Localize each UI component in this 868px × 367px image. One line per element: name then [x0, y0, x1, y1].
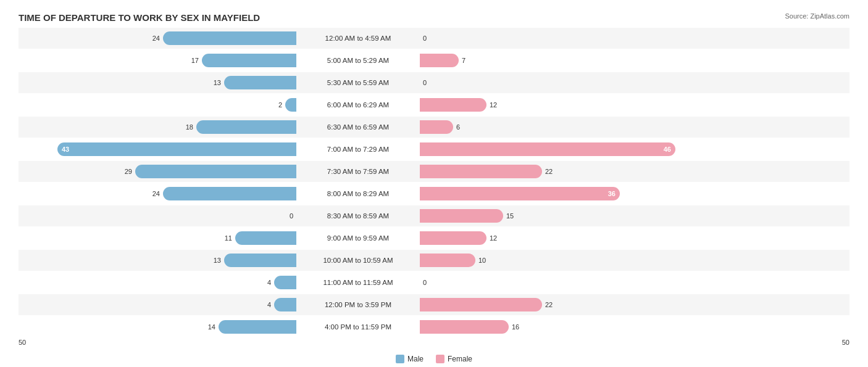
female-bar-area: 0 [420, 72, 849, 93]
female-value: 7 [462, 57, 465, 64]
legend-female-label: Female [448, 355, 472, 363]
female-bar: 12 [420, 98, 486, 112]
female-value: 12 [490, 101, 497, 109]
time-label: 5:30 AM to 5:59 AM [296, 79, 420, 86]
male-bar-area: 29 [19, 161, 296, 182]
time-label: 12:00 AM to 4:59 AM [296, 35, 420, 42]
source-label: Source: ZipAtlas.com [785, 12, 849, 20]
female-bar: 46 [420, 142, 675, 156]
legend-female-box [436, 355, 444, 363]
legend-male-label: Male [407, 355, 424, 363]
female-bar: 12 [420, 231, 486, 245]
female-bar-area: 15 [420, 205, 849, 226]
male-bar-area: 11 [19, 228, 296, 249]
time-label: 4:00 PM to 11:59 PM [296, 323, 420, 331]
female-bar: 16 [420, 320, 509, 334]
female-bar-area: 6 [420, 117, 849, 138]
bar-row: 14 4:00 PM to 11:59 PM 16 [19, 316, 849, 337]
male-bar-area: 24 [19, 183, 296, 204]
male-bar: 18 [196, 120, 296, 134]
female-value: 16 [512, 323, 519, 331]
female-value: 22 [545, 168, 553, 175]
male-bar: 4 [274, 276, 296, 289]
bar-row: 4 12:00 PM to 3:59 PM 22 [19, 294, 849, 315]
male-bar-area: 2 [19, 94, 296, 115]
female-bar: 22 [420, 298, 542, 311]
male-bar: 13 [224, 254, 296, 267]
time-label: 7:00 AM to 7:29 AM [296, 146, 420, 153]
time-label: 7:30 AM to 7:59 AM [296, 168, 420, 175]
axis-left: 50 [19, 339, 26, 346]
female-bar: 7 [420, 54, 459, 67]
bar-row: 2 6:00 AM to 6:29 AM 12 [19, 94, 849, 115]
female-value-zero: 0 [423, 35, 427, 42]
axis-right: 50 [842, 339, 849, 346]
legend-male: Male [396, 355, 424, 363]
bar-row: 43 7:00 AM to 7:29 AM 46 [19, 139, 849, 160]
male-bar-area: 24 [19, 28, 296, 49]
male-value: 24 [152, 190, 160, 197]
male-bar: 14 [219, 320, 296, 334]
female-bar: 6 [420, 120, 453, 134]
male-bar-area: 18 [19, 117, 296, 138]
female-value: 15 [506, 212, 514, 220]
female-bar-area: 36 [420, 183, 849, 204]
male-value: 2 [278, 101, 282, 109]
female-bar: 22 [420, 165, 542, 178]
bar-row: 29 7:30 AM to 7:59 AM 22 [19, 161, 849, 182]
female-value: 10 [478, 257, 486, 264]
female-value: 6 [456, 123, 460, 131]
male-bar: 4 [274, 298, 296, 311]
female-bar: 36 [420, 187, 620, 200]
female-bar-area: 12 [420, 228, 849, 249]
bar-row: 13 10:00 AM to 10:59 AM 10 [19, 250, 849, 271]
male-bar-area: 13 [19, 250, 296, 271]
time-label: 8:00 AM to 8:29 AM [296, 190, 420, 197]
female-bar-area: 12 [420, 94, 849, 115]
time-label: 6:00 AM to 6:29 AM [296, 101, 420, 109]
male-value: 13 [214, 79, 221, 86]
legend-male-box [396, 355, 404, 363]
time-label: 6:30 AM to 6:59 AM [296, 123, 420, 131]
bar-row: 13 5:30 AM to 5:59 AM 0 [19, 72, 849, 93]
male-bar-area: 4 [19, 294, 296, 315]
male-value-inside: 43 [62, 146, 69, 153]
female-bar-area: 10 [420, 250, 849, 271]
male-bar-area: 13 [19, 72, 296, 93]
female-value-zero: 0 [423, 279, 427, 286]
male-bar: 13 [224, 76, 296, 89]
female-bar: 15 [420, 209, 503, 223]
female-bar-area: 22 [420, 161, 849, 182]
bar-row: 11 9:00 AM to 9:59 AM 12 [19, 228, 849, 249]
chart-container: TIME OF DEPARTURE TO WORK BY SEX IN MAYF… [0, 0, 868, 367]
time-label: 8:30 AM to 8:59 AM [296, 212, 420, 220]
time-label: 5:00 AM to 5:29 AM [296, 57, 420, 64]
bar-row: 4 11:00 AM to 11:59 AM 0 [19, 272, 849, 293]
chart-title: TIME OF DEPARTURE TO WORK BY SEX IN MAYF… [19, 12, 849, 23]
bar-row: 0 8:30 AM to 8:59 AM 15 [19, 205, 849, 226]
male-bar: 24 [163, 31, 296, 45]
female-bar: 10 [420, 254, 475, 267]
bar-row: 24 8:00 AM to 8:29 AM 36 [19, 183, 849, 204]
bar-row: 24 12:00 AM to 4:59 AM 0 [19, 28, 849, 49]
female-bar-area: 0 [420, 28, 849, 49]
male-value: 11 [225, 234, 232, 242]
male-value: 24 [152, 35, 160, 42]
female-bar-area: 22 [420, 294, 849, 315]
male-value-zero: 0 [290, 212, 293, 220]
female-value: 12 [490, 234, 497, 242]
female-bar-area: 0 [420, 272, 849, 293]
male-bar-area: 43 [19, 139, 296, 160]
male-bar: 11 [235, 231, 296, 245]
male-bar-area: 0 [19, 205, 296, 226]
male-bar: 17 [202, 54, 296, 67]
chart-area: 24 12:00 AM to 4:59 AM 0 17 [19, 28, 849, 337]
legend-female: Female [436, 355, 472, 363]
male-bar-area: 14 [19, 316, 296, 337]
female-bar-area: 7 [420, 50, 849, 71]
bar-row: 17 5:00 AM to 5:29 AM 7 [19, 50, 849, 71]
male-bar-area: 4 [19, 272, 296, 293]
male-value: 29 [125, 168, 132, 175]
female-value-inside: 36 [608, 190, 616, 197]
male-bar: 24 [163, 187, 296, 200]
